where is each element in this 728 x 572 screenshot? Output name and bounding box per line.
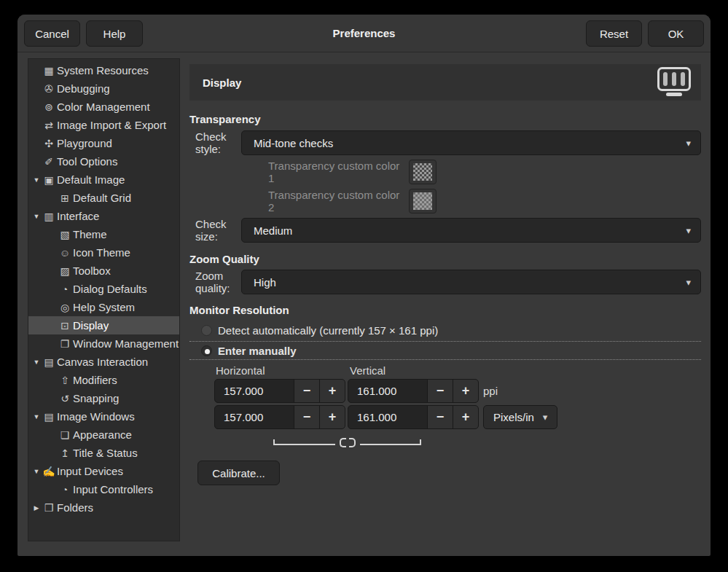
image-import-export-icon: ⇄ xyxy=(42,120,55,131)
expander-icon[interactable]: ▼ xyxy=(31,468,42,475)
help-system-icon: ◎ xyxy=(58,302,71,313)
sidebar-item-label: Image Import & Export xyxy=(57,119,166,131)
enter-manually-option[interactable]: Enter manually xyxy=(189,341,701,360)
input-devices-icon: ✍ xyxy=(42,466,55,477)
interface-icon: ▥ xyxy=(42,211,55,222)
plus-button[interactable]: + xyxy=(453,379,479,403)
sidebar-item-interface[interactable]: ▼ ▥ Interface xyxy=(28,207,179,225)
sidebar-item-label: Title & Status xyxy=(73,447,138,459)
minus-button[interactable]: − xyxy=(294,405,320,429)
detect-automatically-option[interactable]: Detect automatically (currently 157 × 16… xyxy=(189,323,701,337)
calibrate-button[interactable]: Calibrate... xyxy=(197,461,280,485)
chevron-down-icon: ▾ xyxy=(686,138,691,149)
radio-checked-icon[interactable] xyxy=(201,345,212,356)
ok-button[interactable]: OK xyxy=(648,20,704,47)
zoom-quality-dropdown[interactable]: High ▾ xyxy=(241,270,701,294)
minus-button[interactable]: − xyxy=(427,379,453,403)
sidebar-item-canvas-interaction[interactable]: ▼ ▤ Canvas Interaction xyxy=(28,353,179,371)
sidebar-item-color-management[interactable]: ⊚ Color Management xyxy=(28,98,179,116)
expander-icon[interactable]: ▼ xyxy=(31,359,42,366)
sidebar-item-label: System Resources xyxy=(57,64,149,77)
sidebar-item-default-image[interactable]: ▼ ▣ Default Image xyxy=(28,171,179,189)
reset-button[interactable]: Reset xyxy=(586,20,642,47)
sidebar-item-toolbox[interactable]: ▨ Toolbox xyxy=(28,262,179,280)
unit-dropdown[interactable]: Pixels/in ▾ xyxy=(483,405,557,429)
sidebar-item-label: Folders xyxy=(57,501,93,514)
vertical-ppi-input[interactable]: 161.000 xyxy=(348,379,428,403)
transparency-checker-icon xyxy=(413,163,432,181)
sidebar-item-label: Toolbox xyxy=(73,265,111,277)
sidebar-item-help-system[interactable]: ◎ Help System xyxy=(28,298,179,316)
snapping-icon: ↺ xyxy=(58,393,71,404)
detect-automatically-label: Detect automatically (currently 157 × 16… xyxy=(218,324,438,337)
sidebar-item-label: Modifiers xyxy=(73,374,117,386)
horizontal-unit-input[interactable]: 157.000 xyxy=(214,405,294,429)
system-resources-icon: ▦ xyxy=(42,65,55,77)
titlebar: Cancel Help Preferences Reset OK xyxy=(17,15,711,52)
sidebar-item-folders[interactable]: ▶ ❒ Folders xyxy=(28,498,179,517)
sidebar-item-appearance[interactable]: ❏ Appearance xyxy=(28,426,179,444)
sidebar-item-image-import-export[interactable]: ⇄ Image Import & Export xyxy=(28,116,179,134)
default-grid-icon: ⊞ xyxy=(58,192,71,204)
page-title: Display xyxy=(203,77,241,89)
sidebar-item-modifiers[interactable]: ⇧ Modifiers xyxy=(28,371,179,389)
sidebar-item-input-devices[interactable]: ▼ ✍ Input Devices xyxy=(28,462,179,480)
custom-color2-swatch-button[interactable] xyxy=(409,189,437,213)
broken-chain-icon[interactable] xyxy=(340,438,356,447)
custom-color2-label: Transparency custom color 2 xyxy=(268,189,405,213)
sidebar-item-label: Icon Theme xyxy=(73,246,130,259)
radio-icon[interactable] xyxy=(201,325,212,336)
minus-button[interactable]: − xyxy=(294,379,320,403)
canvas-interaction-icon: ▤ xyxy=(42,356,55,368)
sidebar-item-label: Color Management xyxy=(57,101,150,113)
sidebar-item-snapping[interactable]: ↺ Snapping xyxy=(28,389,179,407)
sidebar-item-debugging[interactable]: ✇ Debugging xyxy=(28,79,179,98)
vertical-unit-input[interactable]: 161.000 xyxy=(348,405,428,429)
chevron-down-icon: ▾ xyxy=(686,225,691,236)
display-settings-panel: Display Transparency Check style: Mid-to… xyxy=(189,64,701,485)
input-controllers-icon: ◔ xyxy=(58,484,71,495)
sidebar-item-label: Display xyxy=(73,319,109,332)
sidebar-item-playground[interactable]: ✣ Playground xyxy=(28,134,179,152)
sidebar-item-tool-options[interactable]: ✐ Tool Options xyxy=(28,152,179,171)
custom-color1-swatch-button[interactable] xyxy=(409,160,437,184)
sidebar-item-theme[interactable]: ▧ Theme xyxy=(28,225,179,243)
debugging-icon: ✇ xyxy=(42,83,55,95)
expander-icon[interactable]: ▼ xyxy=(31,213,42,220)
help-button[interactable]: Help xyxy=(86,20,143,47)
sidebar-item-label: Help System xyxy=(73,301,135,313)
ppi-unit-label: ppi xyxy=(483,385,498,397)
expander-icon[interactable]: ▼ xyxy=(31,176,42,184)
plus-button[interactable]: + xyxy=(453,405,479,429)
cancel-button[interactable]: Cancel xyxy=(24,20,80,47)
horizontal-ppi-input[interactable]: 157.000 xyxy=(214,379,294,403)
plus-button[interactable]: + xyxy=(319,379,345,403)
sidebar-item-default-grid[interactable]: ⊞ Default Grid xyxy=(28,189,179,207)
tool-options-icon: ✐ xyxy=(42,156,55,168)
preferences-dialog: Cancel Help Preferences Reset OK ▦ Syste… xyxy=(17,15,711,556)
sidebar-item-display[interactable]: ⊡ Display xyxy=(28,316,179,334)
check-style-dropdown[interactable]: Mid-tone checks ▾ xyxy=(241,130,701,155)
sidebar-item-label: Snapping xyxy=(73,392,119,404)
sidebar-item-icon-theme[interactable]: ☺ Icon Theme xyxy=(28,243,179,262)
sidebar-item-dialog-defaults[interactable]: ◔ Dialog Defaults xyxy=(28,280,179,298)
sidebar-item-label: Canvas Interaction xyxy=(57,356,148,368)
expander-icon[interactable]: ▼ xyxy=(31,413,42,420)
toolbox-icon: ▨ xyxy=(58,265,71,277)
sidebar-item-label: Tool Options xyxy=(57,155,117,168)
expander-icon[interactable]: ▶ xyxy=(31,504,42,512)
sidebar-item-label: Debugging xyxy=(57,82,110,95)
check-size-dropdown[interactable]: Medium ▾ xyxy=(241,218,701,243)
plus-button[interactable]: + xyxy=(319,405,345,429)
sidebar-item-label: Input Controllers xyxy=(73,483,153,495)
sidebar-item-image-windows[interactable]: ▼ ▤ Image Windows xyxy=(28,407,179,426)
sidebar-item-title-status[interactable]: ↥ Title & Status xyxy=(28,444,179,462)
minus-button[interactable]: − xyxy=(427,405,453,429)
sidebar-item-system-resources[interactable]: ▦ System Resources xyxy=(28,61,179,79)
chain-bracket-right xyxy=(360,439,422,445)
transparency-heading: Transparency xyxy=(189,113,701,126)
sidebar-item-input-controllers[interactable]: ◔ Input Controllers xyxy=(28,480,179,498)
sidebar-item-window-management[interactable]: ❐ Window Management xyxy=(28,334,179,353)
page-header: Display xyxy=(189,64,701,101)
playground-icon: ✣ xyxy=(42,138,55,149)
